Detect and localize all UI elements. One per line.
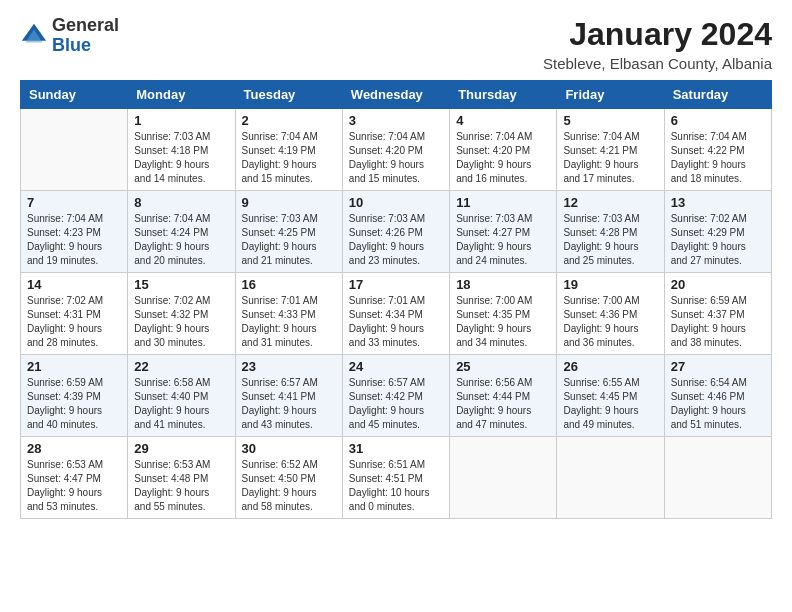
calendar-week-row: 28Sunrise: 6:53 AMSunset: 4:47 PMDayligh… [21, 437, 772, 519]
calendar-cell: 8Sunrise: 7:04 AMSunset: 4:24 PMDaylight… [128, 191, 235, 273]
day-info: Sunrise: 6:59 AMSunset: 4:37 PMDaylight:… [671, 294, 765, 350]
day-number: 19 [563, 277, 657, 292]
day-number: 7 [27, 195, 121, 210]
calendar-cell: 30Sunrise: 6:52 AMSunset: 4:50 PMDayligh… [235, 437, 342, 519]
calendar-header-row: SundayMondayTuesdayWednesdayThursdayFrid… [21, 81, 772, 109]
day-number: 20 [671, 277, 765, 292]
day-number: 6 [671, 113, 765, 128]
calendar-cell: 12Sunrise: 7:03 AMSunset: 4:28 PMDayligh… [557, 191, 664, 273]
day-info: Sunrise: 7:04 AMSunset: 4:23 PMDaylight:… [27, 212, 121, 268]
day-info: Sunrise: 7:01 AMSunset: 4:33 PMDaylight:… [242, 294, 336, 350]
logo-icon [20, 22, 48, 50]
calendar-cell: 15Sunrise: 7:02 AMSunset: 4:32 PMDayligh… [128, 273, 235, 355]
col-header-monday: Monday [128, 81, 235, 109]
calendar-cell: 22Sunrise: 6:58 AMSunset: 4:40 PMDayligh… [128, 355, 235, 437]
day-number: 29 [134, 441, 228, 456]
calendar-week-row: 1Sunrise: 7:03 AMSunset: 4:18 PMDaylight… [21, 109, 772, 191]
day-number: 28 [27, 441, 121, 456]
day-number: 5 [563, 113, 657, 128]
day-info: Sunrise: 7:02 AMSunset: 4:29 PMDaylight:… [671, 212, 765, 268]
calendar-cell: 28Sunrise: 6:53 AMSunset: 4:47 PMDayligh… [21, 437, 128, 519]
calendar-week-row: 21Sunrise: 6:59 AMSunset: 4:39 PMDayligh… [21, 355, 772, 437]
calendar-cell: 9Sunrise: 7:03 AMSunset: 4:25 PMDaylight… [235, 191, 342, 273]
day-number: 31 [349, 441, 443, 456]
calendar-cell [664, 437, 771, 519]
col-header-tuesday: Tuesday [235, 81, 342, 109]
calendar-cell: 27Sunrise: 6:54 AMSunset: 4:46 PMDayligh… [664, 355, 771, 437]
title-block: January 2024 Stebleve, Elbasan County, A… [543, 16, 772, 72]
day-info: Sunrise: 7:04 AMSunset: 4:21 PMDaylight:… [563, 130, 657, 186]
day-info: Sunrise: 6:55 AMSunset: 4:45 PMDaylight:… [563, 376, 657, 432]
day-info: Sunrise: 7:02 AMSunset: 4:31 PMDaylight:… [27, 294, 121, 350]
day-info: Sunrise: 7:04 AMSunset: 4:22 PMDaylight:… [671, 130, 765, 186]
calendar-table: SundayMondayTuesdayWednesdayThursdayFrid… [20, 80, 772, 519]
day-info: Sunrise: 6:53 AMSunset: 4:48 PMDaylight:… [134, 458, 228, 514]
day-number: 1 [134, 113, 228, 128]
day-number: 17 [349, 277, 443, 292]
day-info: Sunrise: 6:57 AMSunset: 4:42 PMDaylight:… [349, 376, 443, 432]
day-info: Sunrise: 7:02 AMSunset: 4:32 PMDaylight:… [134, 294, 228, 350]
day-info: Sunrise: 7:04 AMSunset: 4:20 PMDaylight:… [349, 130, 443, 186]
calendar-cell: 1Sunrise: 7:03 AMSunset: 4:18 PMDaylight… [128, 109, 235, 191]
day-number: 30 [242, 441, 336, 456]
day-info: Sunrise: 7:04 AMSunset: 4:19 PMDaylight:… [242, 130, 336, 186]
day-number: 4 [456, 113, 550, 128]
day-info: Sunrise: 7:00 AMSunset: 4:35 PMDaylight:… [456, 294, 550, 350]
day-number: 24 [349, 359, 443, 374]
calendar-cell: 18Sunrise: 7:00 AMSunset: 4:35 PMDayligh… [450, 273, 557, 355]
calendar-cell: 19Sunrise: 7:00 AMSunset: 4:36 PMDayligh… [557, 273, 664, 355]
calendar-cell: 26Sunrise: 6:55 AMSunset: 4:45 PMDayligh… [557, 355, 664, 437]
day-info: Sunrise: 7:04 AMSunset: 4:24 PMDaylight:… [134, 212, 228, 268]
calendar-cell: 31Sunrise: 6:51 AMSunset: 4:51 PMDayligh… [342, 437, 449, 519]
day-info: Sunrise: 7:01 AMSunset: 4:34 PMDaylight:… [349, 294, 443, 350]
calendar-cell: 14Sunrise: 7:02 AMSunset: 4:31 PMDayligh… [21, 273, 128, 355]
col-header-thursday: Thursday [450, 81, 557, 109]
day-number: 3 [349, 113, 443, 128]
col-header-saturday: Saturday [664, 81, 771, 109]
day-info: Sunrise: 7:03 AMSunset: 4:28 PMDaylight:… [563, 212, 657, 268]
day-number: 11 [456, 195, 550, 210]
day-number: 27 [671, 359, 765, 374]
calendar-cell: 23Sunrise: 6:57 AMSunset: 4:41 PMDayligh… [235, 355, 342, 437]
day-info: Sunrise: 7:03 AMSunset: 4:27 PMDaylight:… [456, 212, 550, 268]
day-number: 21 [27, 359, 121, 374]
calendar-cell: 10Sunrise: 7:03 AMSunset: 4:26 PMDayligh… [342, 191, 449, 273]
day-number: 26 [563, 359, 657, 374]
day-info: Sunrise: 6:57 AMSunset: 4:41 PMDaylight:… [242, 376, 336, 432]
day-number: 9 [242, 195, 336, 210]
day-number: 8 [134, 195, 228, 210]
day-info: Sunrise: 7:03 AMSunset: 4:26 PMDaylight:… [349, 212, 443, 268]
logo: General Blue [20, 16, 119, 56]
day-info: Sunrise: 7:04 AMSunset: 4:20 PMDaylight:… [456, 130, 550, 186]
day-info: Sunrise: 6:56 AMSunset: 4:44 PMDaylight:… [456, 376, 550, 432]
calendar-cell: 16Sunrise: 7:01 AMSunset: 4:33 PMDayligh… [235, 273, 342, 355]
calendar-cell: 29Sunrise: 6:53 AMSunset: 4:48 PMDayligh… [128, 437, 235, 519]
day-number: 25 [456, 359, 550, 374]
calendar-cell: 17Sunrise: 7:01 AMSunset: 4:34 PMDayligh… [342, 273, 449, 355]
day-number: 10 [349, 195, 443, 210]
day-info: Sunrise: 7:03 AMSunset: 4:18 PMDaylight:… [134, 130, 228, 186]
calendar-cell: 11Sunrise: 7:03 AMSunset: 4:27 PMDayligh… [450, 191, 557, 273]
day-number: 13 [671, 195, 765, 210]
calendar-cell: 24Sunrise: 6:57 AMSunset: 4:42 PMDayligh… [342, 355, 449, 437]
day-number: 12 [563, 195, 657, 210]
page-header: General Blue January 2024 Stebleve, Elba… [20, 16, 772, 72]
day-number: 22 [134, 359, 228, 374]
calendar-cell: 7Sunrise: 7:04 AMSunset: 4:23 PMDaylight… [21, 191, 128, 273]
day-number: 18 [456, 277, 550, 292]
calendar-cell: 25Sunrise: 6:56 AMSunset: 4:44 PMDayligh… [450, 355, 557, 437]
calendar-week-row: 14Sunrise: 7:02 AMSunset: 4:31 PMDayligh… [21, 273, 772, 355]
day-number: 16 [242, 277, 336, 292]
calendar-cell [21, 109, 128, 191]
calendar-cell: 21Sunrise: 6:59 AMSunset: 4:39 PMDayligh… [21, 355, 128, 437]
calendar-cell [557, 437, 664, 519]
calendar-cell: 20Sunrise: 6:59 AMSunset: 4:37 PMDayligh… [664, 273, 771, 355]
day-info: Sunrise: 6:59 AMSunset: 4:39 PMDaylight:… [27, 376, 121, 432]
day-number: 2 [242, 113, 336, 128]
logo-text: General Blue [52, 16, 119, 56]
calendar-cell [450, 437, 557, 519]
col-header-wednesday: Wednesday [342, 81, 449, 109]
day-number: 14 [27, 277, 121, 292]
calendar-cell: 5Sunrise: 7:04 AMSunset: 4:21 PMDaylight… [557, 109, 664, 191]
calendar-cell: 4Sunrise: 7:04 AMSunset: 4:20 PMDaylight… [450, 109, 557, 191]
